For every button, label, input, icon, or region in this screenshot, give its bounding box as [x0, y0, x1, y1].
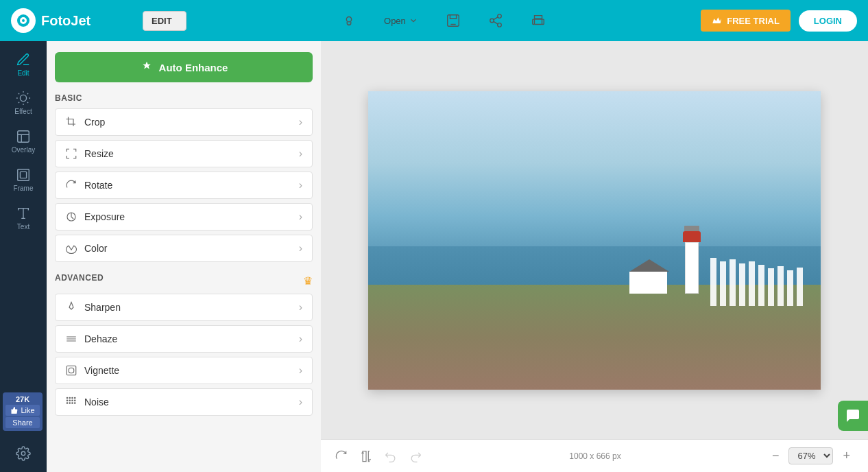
exposure-tool[interactable]: Exposure ›: [55, 203, 313, 231]
zoom-select[interactable]: 67%: [788, 447, 833, 464]
open-button[interactable]: Open: [384, 16, 418, 26]
noise-tool[interactable]: Noise ›: [55, 388, 313, 416]
exposure-icon: [65, 211, 77, 223]
login-button[interactable]: LOGIN: [799, 10, 857, 32]
fb-like-count: 27K: [5, 395, 40, 403]
main-content: Edit Effect Overlay Frame Text Auto Enha…: [0, 41, 868, 472]
header-print-action[interactable]: [531, 13, 546, 28]
redo-action[interactable]: [409, 449, 422, 463]
compare-icon: [359, 449, 373, 463]
color-tool[interactable]: Color ›: [55, 235, 313, 262]
sharpen-chevron-icon: ›: [299, 301, 302, 314]
resize-tool[interactable]: Resize ›: [55, 140, 313, 167]
sidebar-item-edit[interactable]: Edit: [0, 47, 47, 82]
dehaze-tool[interactable]: Dehaze ›: [55, 325, 313, 353]
fence-post: [720, 261, 726, 306]
sidebar-item-settings[interactable]: [0, 440, 47, 467]
chat-icon: [845, 408, 861, 424]
color-icon: [65, 242, 77, 255]
app-name: FotoJet: [41, 13, 91, 29]
redo-icon: [409, 449, 422, 463]
compare-action[interactable]: [359, 449, 373, 463]
svg-point-9: [20, 95, 26, 101]
login-label: LOGIN: [814, 16, 842, 26]
sidebar-item-frame-label: Frame: [14, 185, 34, 192]
resize-chevron-icon: ›: [299, 148, 302, 160]
header-save-action[interactable]: [446, 13, 461, 28]
canvas-image[interactable]: [368, 91, 821, 390]
svg-point-28: [75, 403, 76, 404]
crop-tool[interactable]: Crop ›: [55, 108, 313, 136]
auto-enhance-button[interactable]: Auto Enhance: [55, 52, 313, 82]
noise-label: Noise: [84, 397, 109, 408]
open-label: Open: [384, 16, 406, 26]
dehaze-label: Dehaze: [84, 333, 117, 344]
canvas-dimensions: 1000 x 666 px: [433, 451, 757, 461]
svg-rect-15: [67, 366, 76, 375]
vignette-chevron-icon: ›: [299, 364, 302, 377]
svg-point-6: [490, 19, 494, 23]
refresh-action[interactable]: [335, 449, 348, 463]
fb-like-button[interactable]: Like: [5, 405, 40, 416]
sidebar-item-frame[interactable]: Frame: [0, 162, 47, 198]
edit-label: EDIT: [152, 16, 172, 26]
crop-tool-left: Crop: [65, 116, 105, 128]
sidebar-item-effect[interactable]: Effect: [0, 85, 47, 121]
svg-point-26: [69, 403, 71, 404]
rotate-tool-left: Rotate: [65, 179, 112, 191]
svg-point-13: [21, 451, 25, 456]
sharpen-label: Sharpen: [84, 302, 121, 313]
header-idea-action[interactable]: [341, 13, 357, 28]
color-chevron-icon: ›: [299, 242, 302, 255]
settings-icon: [16, 446, 31, 461]
fb-share-label: Share: [12, 418, 32, 427]
fb-share-button[interactable]: Share: [5, 417, 40, 428]
tools-panel: Auto Enhance BASIC Crop › Resize › Rotat…: [47, 41, 321, 472]
rotate-icon: [65, 179, 77, 191]
free-trial-button[interactable]: FREE TRIAL: [701, 10, 791, 32]
logo-area: FotoJet: [11, 8, 134, 33]
auto-enhance-label: Auto Enhance: [159, 62, 228, 73]
svg-rect-11: [18, 169, 29, 181]
sidebar-item-overlay-label: Overlay: [12, 146, 35, 154]
chat-bubble[interactable]: [838, 401, 868, 431]
fence-post: [777, 266, 784, 306]
facebook-widget[interactable]: 27K Like Share: [3, 392, 43, 431]
noise-tool-left: Noise: [65, 396, 109, 408]
sharpen-tool-left: Sharpen: [65, 301, 121, 314]
sharpen-tool[interactable]: Sharpen ›: [55, 294, 313, 321]
vignette-label: Vignette: [84, 365, 119, 376]
sidebar-item-text-label: Text: [17, 223, 29, 231]
zoom-out-button[interactable]: −: [768, 447, 784, 464]
fotojet-logo-icon: [11, 8, 36, 33]
frame-icon: [16, 167, 31, 182]
rotate-tool[interactable]: Rotate ›: [55, 172, 313, 199]
sidebar-item-text[interactable]: Text: [0, 200, 47, 236]
fb-like-label: Like: [21, 406, 34, 414]
resize-icon: [65, 148, 77, 160]
color-tool-left: Color: [65, 242, 107, 255]
vignette-tool[interactable]: Vignette ›: [55, 357, 313, 384]
resize-label: Resize: [84, 148, 114, 159]
header-center: Open: [186, 13, 701, 28]
sidebar-item-overlay[interactable]: Overlay: [0, 123, 47, 159]
dehaze-chevron-icon: ›: [299, 333, 302, 345]
svg-rect-16: [69, 368, 74, 373]
advanced-section-title: ADVANCED: [55, 273, 104, 283]
exposure-label: Exposure: [84, 211, 125, 222]
zoom-in-button[interactable]: +: [839, 447, 854, 464]
edit-dropdown[interactable]: EDIT: [143, 11, 186, 31]
header-share-action[interactable]: [488, 13, 503, 28]
house-roof: [629, 259, 669, 272]
crop-label: Crop: [84, 117, 105, 128]
undo-action[interactable]: [384, 449, 398, 463]
text-icon: [16, 206, 31, 221]
svg-point-20: [75, 397, 76, 399]
vignette-icon: [65, 364, 77, 377]
resize-tool-left: Resize: [65, 148, 114, 160]
house-body: [629, 272, 667, 294]
fence-post: [739, 263, 745, 306]
svg-point-21: [67, 400, 68, 401]
fence: [710, 258, 803, 306]
dehaze-tool-left: Dehaze: [65, 333, 117, 345]
